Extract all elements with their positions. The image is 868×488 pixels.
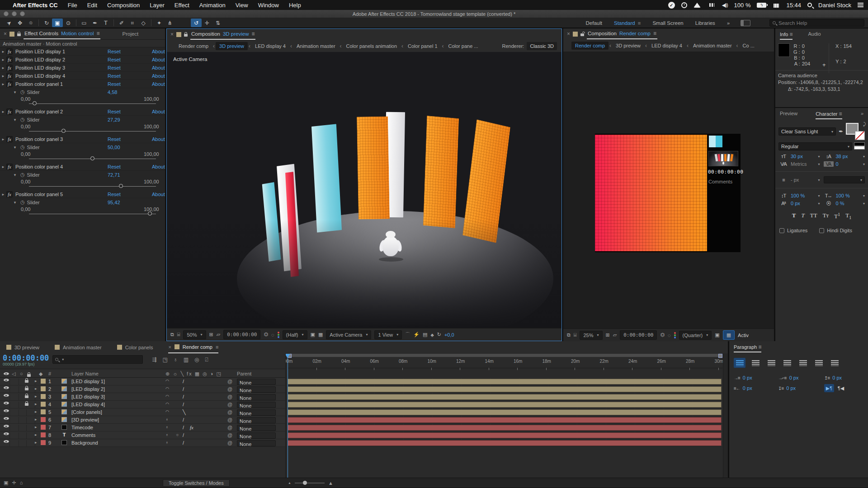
preview-time[interactable]: 0:00:00:00 — [223, 330, 260, 339]
timeline-search-input[interactable]: ▾ — [52, 355, 143, 364]
stopwatch-icon[interactable]: ◷ — [20, 144, 25, 150]
slider-value[interactable]: 4,58 — [108, 89, 117, 95]
transparency-grid-icon[interactable]: ▦ — [318, 332, 323, 338]
panel-menu-icon[interactable]: ≡ — [216, 344, 218, 350]
layer-duration-bar[interactable] — [288, 379, 722, 385]
justify-last-left-button[interactable] — [781, 358, 793, 368]
rotate-tool-icon[interactable]: ↻ — [41, 19, 52, 27]
quality-switch[interactable]: / — [183, 432, 184, 438]
twirl-icon[interactable]: ▸ — [0, 82, 6, 86]
twirl-icon[interactable]: ▸ — [0, 66, 6, 70]
layer-visibility-icon[interactable] — [4, 394, 9, 397]
lock-icon[interactable] — [184, 34, 188, 37]
wifi-icon[interactable] — [693, 3, 701, 8]
parent-pickwhip-icon[interactable]: @ — [227, 409, 232, 415]
reset-link[interactable]: Reset — [108, 49, 121, 54]
tab-project[interactable]: Project — [122, 31, 138, 37]
about-link[interactable]: About... — [152, 164, 165, 169]
parent-dropdown[interactable]: None▾ — [237, 394, 276, 400]
layer-visibility-icon[interactable] — [4, 425, 9, 427]
always-preview-icon[interactable]: ⧉ — [170, 332, 174, 338]
composition-viewport[interactable]: Active Camera — [167, 52, 561, 328]
current-time-display[interactable]: 0:00:00:00 — [3, 354, 49, 362]
effect-row[interactable]: ▸ fx Position LED display 1 Reset About.… — [0, 47, 165, 56]
twirl-icon[interactable]: ▸ — [0, 74, 6, 78]
close-panel-icon[interactable]: × — [170, 31, 174, 38]
parent-dropdown[interactable]: None▾ — [237, 417, 276, 423]
layer-visibility-icon[interactable] — [4, 440, 9, 443]
layer-name[interactable]: [LED display 2] — [71, 386, 105, 392]
parent-pickwhip-icon[interactable]: @ — [227, 386, 232, 392]
breadcrumb-item[interactable]: 3D preview — [612, 42, 644, 50]
effect-row[interactable]: ▸ fx Position LED display 2 Reset About.… — [0, 56, 165, 64]
menu-item[interactable]: Composition — [107, 2, 140, 9]
draft-3d-icon[interactable]: ◳ — [162, 357, 167, 363]
close-tab-icon[interactable]: × — [168, 344, 171, 350]
reset-link[interactable]: Reset — [108, 81, 121, 87]
workspace-overflow-icon[interactable]: » — [727, 20, 729, 26]
timeline-tab[interactable]: × Color panels ≡ — [117, 341, 153, 353]
fx-badge-icon[interactable]: fx — [6, 48, 13, 55]
collapse-shy-switch[interactable]: ◠ — [165, 394, 169, 399]
parent-pickwhip-icon[interactable]: @ — [227, 417, 232, 422]
reset-link[interactable]: Reset — [108, 109, 121, 114]
toggle-switches-modes-button[interactable]: Toggle Switches / Modes — [163, 479, 230, 487]
breadcrumb-item[interactable]: Co ... — [739, 42, 758, 50]
layer-lock-icon[interactable] — [25, 395, 28, 398]
breadcrumb-item[interactable]: Color panel 1 — [404, 42, 441, 50]
battery-icon[interactable]: ϟ — [757, 3, 766, 8]
about-link[interactable]: About... — [152, 65, 165, 70]
collapse-shy-switch[interactable]: ♁ — [165, 425, 169, 429]
fill-color-control[interactable]: ⤸ — [846, 123, 865, 140]
track-row[interactable] — [288, 385, 722, 393]
timeline-icon[interactable]: ▤ — [423, 332, 427, 338]
layer-label-chip[interactable] — [41, 432, 46, 437]
ligatures-checkbox[interactable]: Ligatures — [779, 228, 807, 233]
menu-item[interactable]: Animation — [199, 2, 226, 9]
quality-switch[interactable]: / — [183, 425, 184, 430]
justify-last-center-button[interactable] — [797, 358, 809, 368]
align-left-button[interactable] — [734, 358, 745, 368]
breadcrumb-item[interactable]: 3D preview — [216, 42, 248, 50]
font-size-control[interactable]: тT30 px▾ — [778, 154, 820, 159]
slider-value[interactable]: 95,42 — [108, 200, 120, 205]
layer-visibility-icon[interactable] — [4, 386, 9, 389]
layer-row[interactable]: ▸ 4 T [LED display 4] ◠ / fx — [0, 401, 285, 408]
layer-row[interactable]: ▸ 9 T Background ♁ / fx — [0, 439, 285, 447]
workspace-menu-icon[interactable]: ≡ — [638, 20, 641, 26]
layer-duration-bar[interactable] — [288, 409, 722, 415]
flowchart-icon[interactable]: ♣ — [430, 332, 434, 338]
layer-name[interactable]: [LED display 1] — [71, 379, 105, 384]
panel-menu-icon[interactable]: ≡ — [653, 30, 656, 37]
menu-item[interactable]: Edit — [87, 2, 97, 9]
puppet-pin-tool-icon[interactable]: ⋔ — [165, 19, 175, 27]
shape-tool-icon[interactable]: ▭ — [79, 19, 90, 27]
show-channel-icon[interactable] — [674, 332, 676, 338]
about-link[interactable]: About... — [152, 192, 165, 197]
slider-track[interactable] — [29, 214, 156, 214]
about-link[interactable]: About... — [152, 49, 165, 54]
breadcrumb-item[interactable]: LED display 4 — [251, 42, 289, 50]
effects-switch[interactable]: ☼ — [175, 432, 179, 437]
track-row[interactable] — [288, 393, 722, 401]
lock-column-icon[interactable] — [27, 374, 31, 377]
layer-visibility-icon[interactable] — [4, 409, 9, 412]
twirl-icon[interactable]: ▸ — [0, 164, 6, 169]
always-preview-icon[interactable]: ⧉ — [567, 332, 571, 338]
camera-dropdown-clipped[interactable]: Activ — [738, 333, 749, 338]
audio-column-icon[interactable]: ◁ — [12, 371, 15, 377]
graph-editor-icon[interactable]: ⍁ — [205, 357, 208, 363]
fx-badge-icon[interactable]: fx — [6, 73, 13, 79]
timeline-scrollbar[interactable] — [723, 353, 728, 478]
calendar-icon[interactable] — [773, 2, 780, 8]
eyedropper-icon[interactable]: ✒ — [839, 128, 843, 135]
layer-label-chip[interactable] — [41, 402, 46, 407]
panel-menu-icon[interactable]: ≡ — [758, 344, 761, 350]
fast-previews-icon[interactable]: ⚡ — [413, 332, 420, 338]
twirl-icon[interactable]: ▸ — [0, 109, 6, 114]
breadcrumb-item[interactable]: Animation master — [293, 42, 339, 50]
time-ruler[interactable]: 00m02m04m06m08m10m12m14m16m18m20m22m24m2… — [288, 357, 722, 368]
leading-control[interactable]: ↕A38 px▾ — [824, 154, 865, 159]
menu-item[interactable]: Effect — [175, 2, 189, 9]
layer-name[interactable]: [3D preview] — [71, 417, 99, 422]
